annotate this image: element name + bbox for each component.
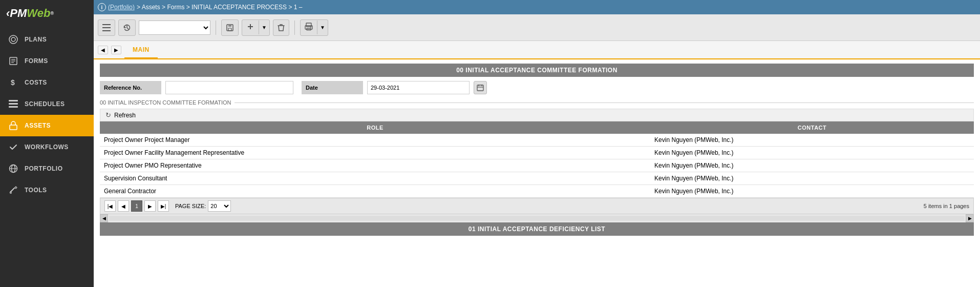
committee-table: ROLE CONTACT Project Owner Project Manag… (100, 121, 974, 198)
sidebar-item-assets[interactable]: ASSETS (0, 115, 94, 136)
sidebar: ‹PMWeb® PLANS FORMS $ COSTS SCHEDULES (0, 0, 94, 287)
page-size-label: PAGE SIZE: (175, 203, 206, 209)
cell-contact: Kevin Nguyen (PMWeb, Inc.) (650, 134, 974, 147)
status-select[interactable] (139, 20, 210, 35)
prev-page-button[interactable]: ◀ (118, 200, 129, 212)
delete-button[interactable] (273, 19, 289, 36)
calendar-button[interactable] (474, 81, 487, 94)
logo-area: ‹PMWeb® (0, 0, 94, 27)
table-body: Project Owner Project ManagerKevin Nguye… (100, 134, 974, 198)
refresh-bar[interactable]: ↻ Refresh (100, 109, 974, 121)
separator-2 (294, 20, 295, 35)
svg-point-15 (10, 192, 12, 194)
svg-rect-17 (102, 27, 111, 28)
cell-contact: Kevin Nguyen (PMWeb, Inc.) (650, 159, 974, 172)
portfolio-breadcrumb-link[interactable]: (Portfolio) (108, 4, 135, 11)
reference-label: Reference No. (100, 81, 161, 94)
breadcrumb-path: > Assets > Forms > INITIAL ACCEPTANCE PR… (137, 4, 302, 11)
svg-point-0 (9, 35, 17, 44)
first-page-button[interactable]: |◀ (104, 200, 116, 212)
info-icon: i (98, 3, 106, 11)
svg-rect-9 (9, 106, 18, 108)
sidebar-item-plans[interactable]: PLANS (0, 29, 94, 50)
dollar-icon: $ (8, 77, 18, 88)
page-size-select[interactable]: 20 50 100 (208, 200, 231, 212)
collapse-left-button[interactable]: ◀ (98, 46, 108, 54)
refresh-icon: ↻ (105, 111, 111, 119)
form-content: 00 INITIAL ACCEPTANCE COMMITTEE FORMATIO… (94, 59, 980, 287)
col-contact: CONTACT (650, 121, 974, 134)
reference-input[interactable] (165, 81, 293, 94)
scroll-right-button[interactable]: ▶ (966, 214, 974, 222)
horizontal-scroll-row: ◀ ▶ (100, 214, 974, 222)
subsection-label: 00 INITIAL INSPECTON COMMITTEE FORMATION (100, 99, 974, 106)
separator-1 (216, 20, 216, 35)
expand-right-button[interactable]: ▶ (111, 46, 121, 54)
section-header: 00 INITIAL ACCEPTANCE COMMITTEE FORMATIO… (100, 64, 974, 77)
svg-rect-28 (477, 85, 483, 91)
sidebar-item-costs[interactable]: $ COSTS (0, 72, 94, 93)
date-label: Date (302, 81, 363, 94)
cell-role: Project Owner PMO Representative (100, 159, 650, 172)
svg-text:$: $ (11, 78, 15, 87)
save-button[interactable] (221, 19, 239, 36)
page-info: 5 items in 1 pages (924, 203, 969, 209)
globe-icon (8, 163, 18, 174)
cell-role: Project Owner Project Manager (100, 134, 650, 147)
table-row[interactable]: Project Owner Project ManagerKevin Nguye… (100, 134, 974, 147)
sidebar-item-workflows[interactable]: WORKFLOWS (0, 136, 94, 158)
svg-rect-24 (306, 23, 311, 27)
tab-main[interactable]: MAIN (124, 42, 158, 58)
sidebar-item-schedules[interactable]: SCHEDULES (0, 93, 94, 115)
reference-date-row: Reference No. Date (100, 81, 974, 94)
current-page-button[interactable]: 1 (131, 200, 142, 212)
forms-icon (8, 56, 18, 66)
check-icon (8, 142, 18, 152)
cell-contact: Kevin Nguyen (PMWeb, Inc.) (650, 147, 974, 159)
scroll-track[interactable] (109, 216, 965, 221)
cell-role: Project Owner Facility Management Repres… (100, 147, 650, 159)
schedules-icon (8, 99, 18, 109)
toolbar: ▼ ▼ (94, 14, 980, 41)
next-page-button[interactable]: ▶ (144, 200, 156, 212)
print-icon (301, 20, 317, 34)
date-input[interactable] (367, 81, 470, 94)
cell-role: General Contractor (100, 185, 650, 198)
svg-rect-8 (9, 103, 18, 105)
sidebar-nav: PLANS FORMS $ COSTS SCHEDULES ASSETS (0, 29, 94, 201)
table-row[interactable]: General ContractorKevin Nguyen (PMWeb, I… (100, 185, 974, 198)
pagination-bar: |◀ ◀ 1 ▶ ▶| PAGE SIZE: 20 50 100 5 items… (100, 198, 974, 214)
svg-rect-16 (102, 24, 111, 25)
table-row[interactable]: Project Owner PMO RepresentativeKevin Ng… (100, 159, 974, 172)
add-dropdown-button[interactable]: ▼ (242, 19, 270, 36)
menu-button[interactable] (98, 19, 115, 36)
print-dropdown-button[interactable]: ▼ (300, 19, 328, 36)
svg-rect-7 (9, 100, 18, 101)
history-button[interactable] (118, 19, 136, 36)
sidebar-item-forms[interactable]: FORMS (0, 50, 94, 72)
last-page-button[interactable]: ▶| (158, 200, 169, 212)
sidebar-item-portfolio[interactable]: PORTFOLIO (0, 158, 94, 179)
sidebar-item-tools[interactable]: TOOLS (0, 179, 94, 201)
circle-icon (8, 34, 18, 45)
main-area: i (Portfolio) > Assets > Forms > INITIAL… (94, 0, 980, 287)
cell-role: Supervision Consultant (100, 172, 650, 185)
content: ◀ ▶ MAIN 00 INITIAL ACCEPTANCE COMMITTEE… (94, 41, 980, 287)
tools-icon (8, 185, 18, 195)
table-row[interactable]: Supervision ConsultantKevin Nguyen (PMWe… (100, 172, 974, 185)
svg-rect-10 (10, 125, 17, 130)
assets-icon (8, 120, 18, 131)
scroll-left-button[interactable]: ◀ (100, 214, 108, 222)
deficiency-header: 01 INITIAL ACCEPTANCE DEFICIENCY LIST (100, 222, 974, 236)
logo: ‹PMWeb® (6, 7, 54, 20)
add-icon (242, 20, 259, 34)
col-role: ROLE (100, 121, 650, 134)
svg-point-1 (11, 37, 15, 42)
table-row[interactable]: Project Owner Facility Management Repres… (100, 147, 974, 159)
cell-contact: Kevin Nguyen (PMWeb, Inc.) (650, 172, 974, 185)
top-bar: i (Portfolio) > Assets > Forms > INITIAL… (94, 0, 980, 14)
svg-line-14 (10, 188, 14, 192)
svg-point-27 (310, 27, 311, 28)
print-dropdown-arrow: ▼ (317, 23, 328, 32)
tabs-row: ◀ ▶ MAIN (94, 41, 980, 59)
